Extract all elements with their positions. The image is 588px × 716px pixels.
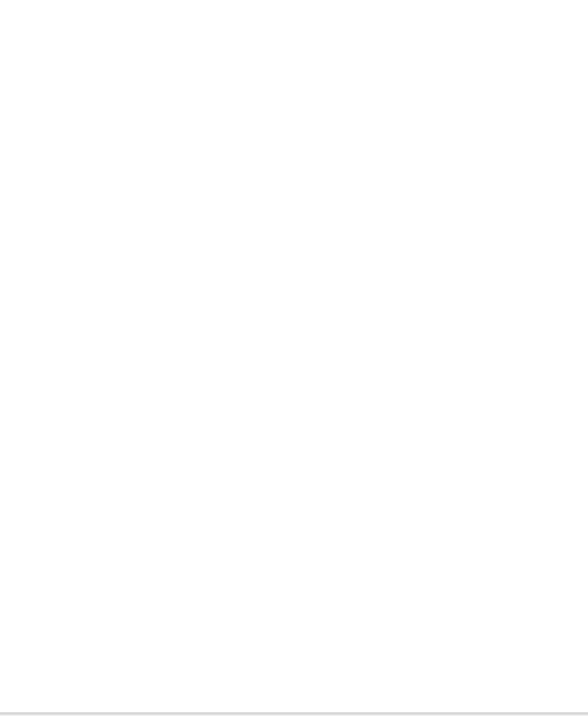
notepadpp-json-editor [0,0,588,716]
text-area [0,0,588,712]
horizontal-scrollbar[interactable] [0,712,588,716]
